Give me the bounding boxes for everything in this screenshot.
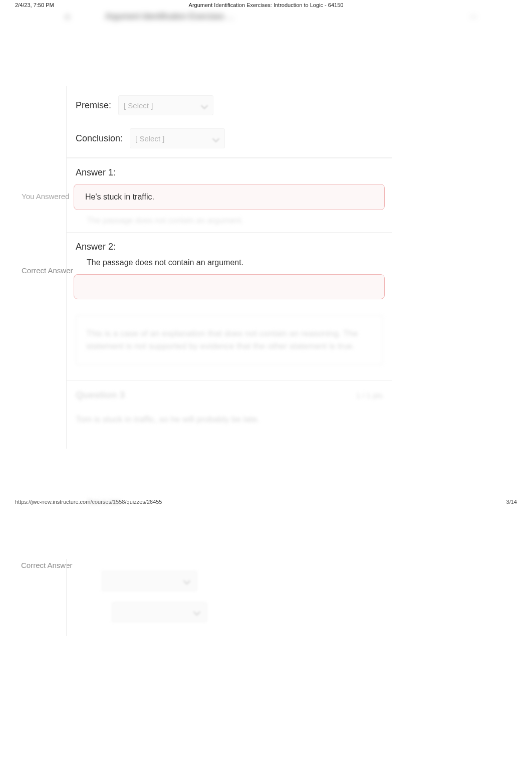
- premise-select[interactable]: [ Select ]: [118, 95, 213, 115]
- blurred-menu-icon: ···: [470, 12, 477, 21]
- conclusion-select-placeholder: [ Select ]: [135, 134, 164, 143]
- conclusion-select[interactable]: [ Select ]: [130, 128, 225, 148]
- question-3-stem: Tom is stuck in traffic, so he will prob…: [76, 415, 383, 425]
- premise-label: Premise:: [76, 100, 111, 111]
- chevron-down-icon: [212, 135, 219, 142]
- bottom-select-2[interactable]: [112, 602, 207, 622]
- blurred-breadcrumb: Argument Identification Exercises …: [105, 12, 234, 21]
- faded-correct-1: The passage does not contain an argument…: [87, 216, 385, 225]
- bottom-select-row-2: [67, 595, 392, 626]
- question-3-label: Question 3: [76, 390, 125, 401]
- answer-1-heading: Answer 1:: [67, 158, 392, 184]
- correct-answer-label: Correct Answer: [22, 266, 73, 275]
- question-3-points: 1 / 1 pts: [356, 391, 383, 400]
- page: 2/4/23, 7:50 PM Argument Identification …: [0, 0, 532, 775]
- explanation-note: This is a case of an explanation that do…: [76, 315, 383, 365]
- question-3-header: Question 3 1 / 1 pts: [67, 380, 392, 404]
- correct-answer-label-bottom: Correct Answer: [21, 561, 73, 569]
- chevron-down-icon: [201, 102, 208, 109]
- correct-answer-2-text: The passage does not contain an argument…: [87, 258, 385, 267]
- answer-2-heading: Answer 2:: [67, 232, 392, 258]
- footer-page-indicator: 3/14: [506, 499, 517, 505]
- student-answer-2-empty: [74, 274, 385, 299]
- bottom-select-row-1: [67, 564, 392, 595]
- print-footer: https://jwc-new.instructure.com/courses/…: [0, 499, 532, 509]
- print-header: 2/4/23, 7:50 PM Argument Identification …: [0, 0, 532, 10]
- question-3-panel-fragment: [66, 559, 392, 636]
- student-answer-1: He's stuck in traffic.: [74, 184, 385, 210]
- bottom-select-1[interactable]: [102, 571, 197, 591]
- blurred-back-icon: «: [65, 12, 70, 21]
- blurred-nav-row: « Argument Identification Exercises … ··…: [50, 10, 482, 29]
- conclusion-row: Conclusion: [ Select ]: [67, 124, 392, 158]
- conclusion-label: Conclusion:: [76, 133, 123, 144]
- question-2-panel: Premise: [ Select ] Conclusion: [ Select…: [66, 86, 392, 449]
- premise-select-placeholder: [ Select ]: [124, 101, 153, 110]
- main-content: Premise: [ Select ] Conclusion: [ Select…: [0, 86, 532, 469]
- you-answered-label: You Answered: [22, 192, 69, 201]
- footer-overlay-text: Tom is late.: [87, 498, 123, 506]
- premise-row: Premise: [ Select ]: [67, 86, 392, 124]
- student-answer-1-text: He's stuck in traffic.: [85, 192, 154, 201]
- print-title: Argument Identification Exercises: Intro…: [0, 2, 532, 8]
